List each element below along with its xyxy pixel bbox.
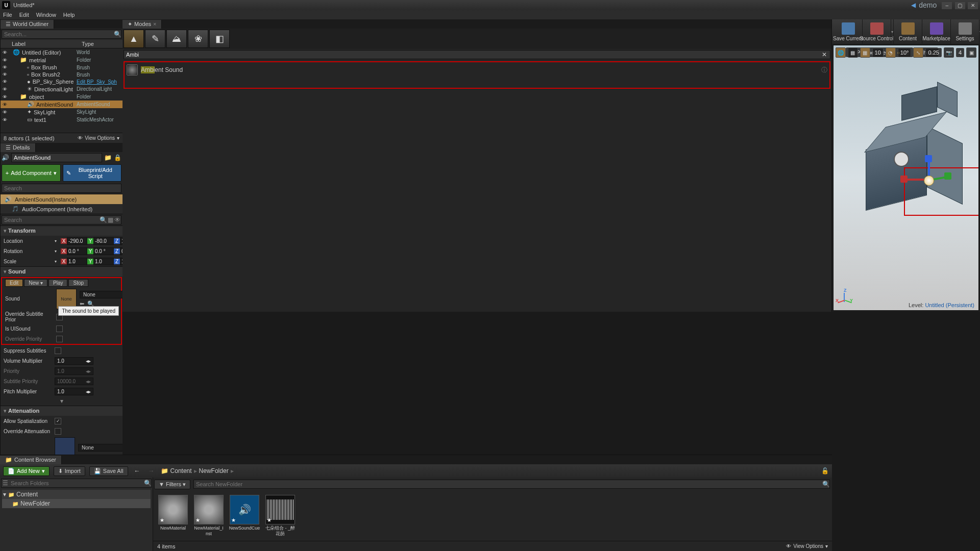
visibility-eye-icon[interactable]: 👁 xyxy=(3,117,9,122)
outliner-row[interactable]: 👁 ▭ text1 StaticMeshActor xyxy=(1,116,122,123)
import-button[interactable]: ⬇ Import xyxy=(54,466,85,476)
outliner-row[interactable]: 👁 ● BP_Sky_Sphere Edit BP_Sky_Sph xyxy=(1,78,122,85)
mode-place-icon[interactable]: ▲ xyxy=(124,30,144,48)
asset-item[interactable]: ★🔊 NewSoundCue xyxy=(229,495,260,531)
nav-prev-icon[interactable]: ◀ xyxy=(911,2,916,9)
attenuation-asset-dropdown[interactable]: None▾ xyxy=(78,444,122,452)
asset-search-input[interactable] xyxy=(194,480,822,488)
save-current-button[interactable]: Save Current xyxy=(834,19,863,44)
visibility-eye-icon[interactable]: 👁 xyxy=(3,50,9,55)
mode-paint-icon[interactable]: ✎ xyxy=(145,30,165,48)
outliner-row[interactable]: 👁 🌐 Untitled (Editor) World xyxy=(1,48,122,56)
attenuation-asset-thumbnail[interactable] xyxy=(55,437,75,455)
scale-snap-value[interactable]: 0.25 xyxy=(925,48,941,57)
transform-gizmo[interactable] xyxy=(903,160,949,196)
eye-icon[interactable]: 👁 xyxy=(114,216,121,223)
tree-toggle-icon[interactable]: ☰ xyxy=(2,480,9,487)
chevron-down-icon[interactable]: ▾ xyxy=(55,249,57,254)
window-maximize-button[interactable]: ▢ xyxy=(955,2,965,9)
save-all-button[interactable]: 💾 Save All xyxy=(89,466,128,476)
angle-snap-toggle[interactable]: ◔ xyxy=(886,47,896,58)
is-ui-sound-checkbox[interactable] xyxy=(56,325,63,332)
modes-result-ambient-sound[interactable]: Ambient Sound ⓘ xyxy=(125,62,829,78)
volume-multiplier-field[interactable]: 1.0◂▸ xyxy=(55,357,93,365)
folder-search-input[interactable] xyxy=(9,479,144,487)
menu-window[interactable]: Window xyxy=(36,12,56,18)
visibility-eye-icon[interactable]: 👁 xyxy=(3,87,9,92)
modes-tab[interactable]: ✦ Modes × xyxy=(122,20,162,29)
menu-help[interactable]: Help xyxy=(63,12,75,18)
content-button[interactable]: Content xyxy=(894,19,922,44)
visibility-eye-icon[interactable]: 👁 xyxy=(3,110,9,115)
search-icon[interactable]: 🔍 xyxy=(114,31,121,38)
tree-content-folder[interactable]: ▾📁Content xyxy=(2,490,151,499)
visibility-eye-icon[interactable]: 👁 xyxy=(3,58,9,63)
coord-space-icon[interactable]: 🌐 xyxy=(836,47,846,58)
override-priority-checkbox[interactable] xyxy=(56,336,63,342)
pitch-multiplier-field[interactable]: 1.0◂▸ xyxy=(55,388,93,395)
component-audio[interactable]: 🎵AudioComponent (Inherited) xyxy=(1,204,122,214)
mode-foliage-icon[interactable]: ❀ xyxy=(188,30,208,48)
suppress-subtitles-checkbox[interactable] xyxy=(55,347,61,354)
lock-icon[interactable]: 🔓 xyxy=(821,467,829,474)
category-attenuation[interactable]: Attenuation xyxy=(1,406,122,416)
nav-back-icon[interactable]: ← xyxy=(132,467,142,474)
add-component-button[interactable]: + Add Component ▾ xyxy=(2,164,61,182)
settings-button[interactable]: Settings xyxy=(951,19,979,44)
add-new-button[interactable]: 📄 Add New ▾ xyxy=(3,466,50,476)
surface-snap-icon[interactable]: ▦ xyxy=(848,47,858,58)
outliner-row[interactable]: 👁 ✦ SkyLight SkyLight xyxy=(1,108,122,116)
window-minimize-button[interactable]: – xyxy=(942,2,952,9)
override-attenuation-checkbox[interactable] xyxy=(55,428,61,435)
visibility-eye-icon[interactable]: 👁 xyxy=(3,65,9,70)
browse-icon[interactable]: 📁 xyxy=(104,154,112,161)
outliner-row[interactable]: 👁 ▫ Box Brush2 Brush xyxy=(1,71,122,78)
outliner-search-input[interactable] xyxy=(2,30,114,38)
tree-newfolder[interactable]: 📁NewFolder xyxy=(2,499,151,508)
blueprint-add-script-button[interactable]: ✎ Blueprint/Add Script xyxy=(63,164,122,182)
outliner-row[interactable]: 👁 📁 metrial Folder xyxy=(1,56,122,64)
content-browser-tab[interactable]: 📁 Content Browser xyxy=(0,456,62,464)
close-tab-icon[interactable]: × xyxy=(153,21,156,27)
outliner-header[interactable]: Label Type xyxy=(1,40,122,48)
angle-snap-value[interactable]: 10° xyxy=(898,48,912,57)
asset-item[interactable]: ★ NewMaterial_Inst xyxy=(193,495,225,537)
sound-new-button[interactable]: New ▾ xyxy=(24,279,47,287)
visibility-eye-icon[interactable]: 👁 xyxy=(3,102,9,107)
visibility-eye-icon[interactable]: 👁 xyxy=(3,94,9,99)
transform-scale-icon[interactable]: ⤢ xyxy=(833,47,834,58)
grid-snap-value[interactable]: 10 xyxy=(872,48,884,57)
visibility-eye-icon[interactable]: 👁 xyxy=(3,72,9,77)
expand-advanced-icon[interactable]: ▾ xyxy=(60,397,63,405)
chevron-down-icon[interactable]: ▾ xyxy=(55,259,57,264)
search-icon[interactable]: 🔍 xyxy=(144,480,151,487)
components-search-input[interactable] xyxy=(2,184,121,192)
category-transform[interactable]: Transform xyxy=(1,226,122,236)
location-field[interactable]: X Y Z xyxy=(61,237,122,245)
window-close-button[interactable]: ✕ xyxy=(968,2,978,9)
actor-name-input[interactable] xyxy=(11,153,102,162)
sound-play-button[interactable]: Play xyxy=(48,279,67,287)
search-icon[interactable]: 🔍 xyxy=(100,216,107,223)
breadcrumb[interactable]: 📁 Content ▸ NewFolder ▸ xyxy=(161,467,234,474)
sound-asset-dropdown[interactable]: None▾ xyxy=(80,291,122,298)
search-icon[interactable]: 🔍 xyxy=(822,481,829,488)
camera-speed-icon[interactable]: 📷 xyxy=(944,47,954,58)
rotation-field[interactable]: X Y Z xyxy=(61,247,122,255)
marketplace-button[interactable]: Marketplace xyxy=(922,19,951,44)
source-control-button[interactable]: Source Control xyxy=(863,19,891,44)
outliner-row[interactable]: 👁 🔊 AmbientSound AmbientSound xyxy=(1,101,122,108)
visibility-eye-icon[interactable]: 👁 xyxy=(3,79,9,84)
filters-button[interactable]: ▼ Filters ▾ xyxy=(154,480,190,489)
lock-icon[interactable]: 🔒 xyxy=(114,154,121,161)
mode-landscape-icon[interactable]: ⛰ xyxy=(166,30,187,48)
menu-edit[interactable]: Edit xyxy=(19,12,29,18)
world-outliner-tab[interactable]: ☰ World Outliner xyxy=(1,20,54,29)
nav-forward-icon[interactable]: → xyxy=(146,467,157,474)
level-viewport[interactable]: ▾ ◆Perspective ●Lit Show ✥ ⟳ ⤢ 🌐 ▦ ▦ 10 … xyxy=(833,45,979,311)
modes-search-input[interactable] xyxy=(124,51,819,59)
allow-spatialization-checkbox[interactable]: ✓ xyxy=(55,418,61,424)
cb-view-options[interactable]: 👁 View Options ▾ xyxy=(786,543,828,549)
viewport-maximize-icon[interactable]: ▣ xyxy=(966,47,976,58)
sound-edit-button[interactable]: Edit xyxy=(5,279,23,287)
